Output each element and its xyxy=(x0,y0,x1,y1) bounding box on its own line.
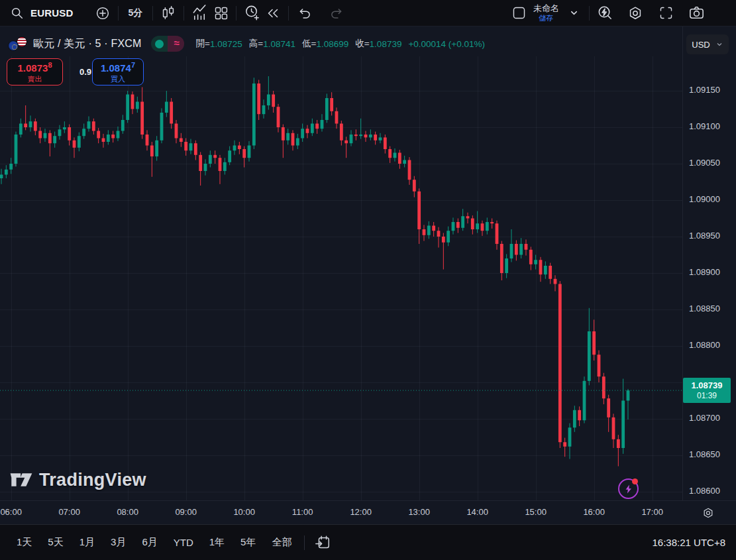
sell-label: 賣出 xyxy=(28,75,42,83)
range-button-5天[interactable]: 5天 xyxy=(42,533,69,552)
current-price-value: 1.08739 xyxy=(692,380,723,391)
bar-replay-icon[interactable] xyxy=(262,3,284,24)
indicators-icon[interactable] xyxy=(189,3,210,24)
toolbar-divider xyxy=(288,6,289,21)
toolbar-divider xyxy=(236,6,237,21)
range-button-全部[interactable]: 全部 xyxy=(266,533,297,552)
price-axis-label: 1.08800 xyxy=(689,340,720,350)
settings-gear-icon[interactable] xyxy=(625,3,646,24)
layout-name-button[interactable]: 未命名 儲存 xyxy=(529,4,563,23)
streams-bolt-button[interactable] xyxy=(618,478,639,499)
layout-name-label: 未命名 xyxy=(533,4,559,14)
undo-icon[interactable] xyxy=(293,3,315,24)
time-axis-label: 16:00 xyxy=(583,507,605,517)
open-label: 開= xyxy=(196,38,210,50)
bolt-icon xyxy=(623,484,634,494)
price-axis-label: 1.09100 xyxy=(689,121,720,131)
close-value: 1.08739 xyxy=(370,39,402,49)
low-label: 低= xyxy=(302,38,316,50)
buy-button[interactable]: 1.08747 買入 xyxy=(92,58,144,85)
price-axis-label: 1.09000 xyxy=(689,194,720,204)
go-to-date-icon[interactable] xyxy=(311,532,334,553)
range-button-1年[interactable]: 1年 xyxy=(203,533,231,552)
high-label: 高= xyxy=(249,38,263,50)
quick-search-icon[interactable] xyxy=(594,3,615,24)
price-axis-labels[interactable]: 1.092001.091501.091001.090501.090001.089… xyxy=(683,56,736,500)
time-axis-label: 10:00 xyxy=(233,507,255,517)
range-button-1月[interactable]: 1月 xyxy=(74,533,101,552)
bottom-toolbar: 1天5天1月3月6月YTD1年5年全部 16:38:21 UTC+8 xyxy=(0,524,736,560)
layout-grid-icon[interactable] xyxy=(210,3,231,24)
close-label: 收= xyxy=(355,38,369,50)
chart-legend: 歐元 / 美元 · 5 · FXCM ≈ 開=1.08725 高=1.08741… xyxy=(8,36,485,52)
low-value: 1.08699 xyxy=(316,39,348,49)
sell-price: 1.08738 xyxy=(17,61,52,74)
buy-label: 買入 xyxy=(111,75,125,83)
approx-icon: ≈ xyxy=(174,37,179,48)
session-clock[interactable]: 16:38:21 UTC+8 xyxy=(653,537,726,548)
time-axis-label: 13:00 xyxy=(408,507,430,517)
toolbar-divider xyxy=(304,535,305,550)
chart-pane[interactable]: 歐元 / 美元 · 5 · FXCM ≈ 開=1.08725 高=1.08741… xyxy=(0,27,682,500)
eu-flag-icon xyxy=(8,40,19,51)
open-value: 1.08725 xyxy=(210,39,242,49)
save-layout-icon[interactable] xyxy=(508,3,529,24)
price-axis-label: 1.08600 xyxy=(689,486,720,496)
chevron-down-icon xyxy=(715,40,723,48)
current-price-tag: 1.08739 01:39 xyxy=(683,378,731,403)
sell-button[interactable]: 1.08738 賣出 xyxy=(7,58,63,85)
fullscreen-icon[interactable] xyxy=(655,3,676,24)
search-icon xyxy=(7,3,28,24)
save-layout-label: 儲存 xyxy=(539,14,554,23)
high-value: 1.08741 xyxy=(263,39,295,49)
alert-icon[interactable] xyxy=(241,3,262,24)
time-axis-label: 14:00 xyxy=(466,507,488,517)
buy-price: 1.08747 xyxy=(101,61,135,74)
toolbar-divider xyxy=(118,6,119,21)
range-button-YTD[interactable]: YTD xyxy=(168,533,199,551)
toolbar-divider xyxy=(589,6,590,21)
time-axis-label: 08:00 xyxy=(117,507,138,517)
symbol-search-label: EURUSD xyxy=(30,7,74,19)
toggle-dot-icon xyxy=(155,40,164,48)
bar-countdown: 01:39 xyxy=(697,391,717,400)
range-button-6月[interactable]: 6月 xyxy=(136,533,163,552)
price-axis[interactable]: USD 1.092001.091501.091001.090501.090001… xyxy=(682,27,736,500)
time-axis-label: 07:00 xyxy=(58,507,80,517)
symbol-title[interactable]: 歐元 / 美元 · 5 · FXCM xyxy=(33,37,142,51)
price-axis-label: 1.08900 xyxy=(689,267,720,277)
range-button-5年[interactable]: 5年 xyxy=(235,533,262,552)
time-axis-label: 17:00 xyxy=(641,507,663,517)
chart-style-icon[interactable] xyxy=(158,3,179,24)
toolbar-divider xyxy=(184,6,184,21)
toolbar-divider xyxy=(152,6,153,21)
watermark-label: TradingView xyxy=(39,470,146,490)
time-axis-label: 12:00 xyxy=(350,507,372,517)
spread-value: 0.9 xyxy=(76,58,95,85)
range-button-1天[interactable]: 1天 xyxy=(11,533,38,552)
top-toolbar: EURUSD 5分 xyxy=(0,0,736,27)
interval-button[interactable]: 5分 xyxy=(123,7,148,19)
redo-icon[interactable] xyxy=(327,3,348,24)
time-axis-label: 06:00 xyxy=(0,507,22,517)
layout-chevron-down-icon[interactable] xyxy=(563,3,584,24)
time-axis-label: 15:00 xyxy=(525,507,547,517)
price-axis-label: 1.09200 xyxy=(689,56,720,58)
time-axis[interactable]: 06:0007:0008:0009:0010:0011:0012:0013:00… xyxy=(0,500,736,524)
price-axis-label: 1.09150 xyxy=(689,85,720,95)
screenshot-camera-icon[interactable] xyxy=(686,3,707,24)
time-axis-label: 09:00 xyxy=(175,507,197,517)
change-value: +0.00014 (+0.01%) xyxy=(408,39,485,49)
axis-settings-gear-icon[interactable] xyxy=(700,504,717,522)
tradingview-logo-icon xyxy=(9,469,33,490)
currency-label: USD xyxy=(692,40,710,50)
currency-selector[interactable]: USD xyxy=(686,34,729,54)
range-button-3月[interactable]: 3月 xyxy=(105,533,132,552)
symbol-search-button[interactable]: EURUSD xyxy=(7,3,74,24)
compare-add-icon[interactable] xyxy=(92,3,113,24)
ohlc-values: 開=1.08725 高=1.08741 低=1.08699 收=1.08739 … xyxy=(196,38,485,50)
price-axis-label: 1.08950 xyxy=(689,231,720,241)
price-axis-label: 1.08650 xyxy=(689,449,720,459)
visibility-toggle[interactable]: ≈ xyxy=(151,36,184,52)
candlestick-canvas[interactable] xyxy=(0,56,682,500)
